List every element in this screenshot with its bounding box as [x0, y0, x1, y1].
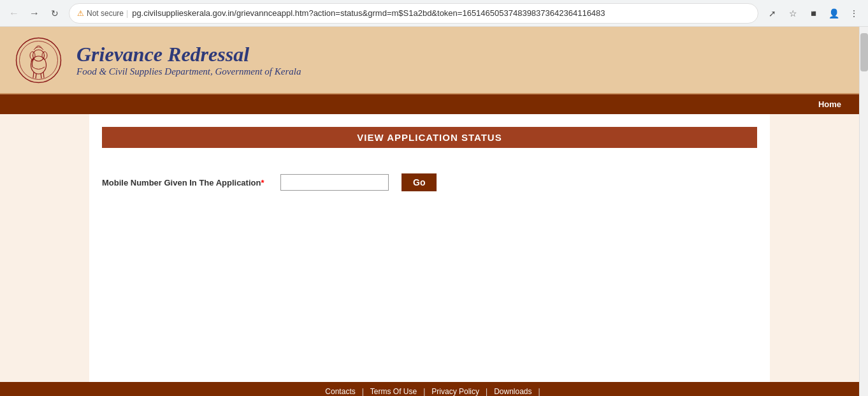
svg-line-9 [43, 72, 44, 78]
scrollbar-thumb[interactable] [860, 33, 868, 71]
back-button[interactable]: ← [5, 4, 23, 22]
page-main: Grievance Redressal Food & Civil Supplie… [0, 27, 859, 396]
reload-button[interactable]: ↻ [46, 4, 64, 22]
menu-button[interactable]: ⋮ [845, 4, 863, 22]
not-secure-label: Not secure [87, 9, 124, 18]
share-button[interactable]: ➚ [763, 4, 781, 22]
url-input[interactable] [132, 8, 750, 18]
page-outer: Grievance Redressal Food & Civil Supplie… [0, 27, 868, 396]
logo-area [13, 34, 64, 85]
svg-point-3 [33, 50, 44, 61]
security-indicator: ⚠ Not secure | [77, 9, 128, 18]
home-nav-link[interactable]: Home [813, 98, 846, 110]
main-content: VIEW APPLICATION STATUS Mobile Number Gi… [89, 114, 770, 382]
bookmark-button[interactable]: ☆ [784, 4, 802, 22]
form-row: Mobile Number Given In The Application* … [102, 167, 757, 198]
footer-sep-4: | [539, 387, 540, 396]
footer-links: Contacts | Terms Of Use | Privacy Policy… [13, 387, 846, 396]
svg-point-2 [31, 56, 46, 74]
mobile-number-input[interactable] [280, 174, 389, 191]
go-button[interactable]: Go [401, 173, 437, 191]
site-header: Grievance Redressal Food & Civil Supplie… [0, 27, 859, 94]
url-separator: | [126, 9, 128, 18]
form-label-text: Mobile Number Given In The Application [102, 178, 261, 187]
downloads-footer-link[interactable]: Downloads [488, 387, 538, 396]
address-bar[interactable]: ⚠ Not secure | [69, 3, 758, 24]
nav-bar: Home [0, 94, 859, 114]
lock-icon: ⚠ [77, 9, 84, 18]
site-subtitle: Food & Civil Supplies Department, Govern… [76, 66, 301, 77]
extensions-button[interactable]: ◾ [804, 4, 822, 22]
site-footer: Contacts | Terms Of Use | Privacy Policy… [0, 382, 859, 396]
contacts-footer-link[interactable]: Contacts [319, 387, 361, 396]
svg-point-0 [16, 38, 61, 82]
browser-chrome: ← → ↻ ⚠ Not secure | ➚ ☆ ◾ 👤 ⋮ [0, 0, 868, 27]
forward-button[interactable]: → [25, 4, 43, 22]
profile-button[interactable]: 👤 [825, 4, 843, 22]
site-title-area: Grievance Redressal Food & Civil Supplie… [76, 43, 301, 77]
scrollbar-track[interactable] [859, 27, 868, 396]
logo-emblem [15, 36, 62, 84]
required-marker: * [261, 178, 264, 187]
section-header: VIEW APPLICATION STATUS [102, 127, 757, 148]
site-title: Grievance Redressal [76, 43, 301, 66]
svg-line-6 [33, 72, 34, 78]
svg-line-8 [41, 73, 41, 78]
privacy-footer-link[interactable]: Privacy Policy [425, 387, 486, 396]
browser-actions: ➚ ☆ ◾ 👤 ⋮ [763, 4, 863, 22]
terms-footer-link[interactable]: Terms Of Use [364, 387, 423, 396]
nav-buttons: ← → ↻ [5, 4, 64, 22]
page-wrapper: Grievance Redressal Food & Civil Supplie… [0, 27, 859, 396]
form-label: Mobile Number Given In The Application* [102, 178, 280, 187]
svg-line-7 [36, 73, 36, 78]
